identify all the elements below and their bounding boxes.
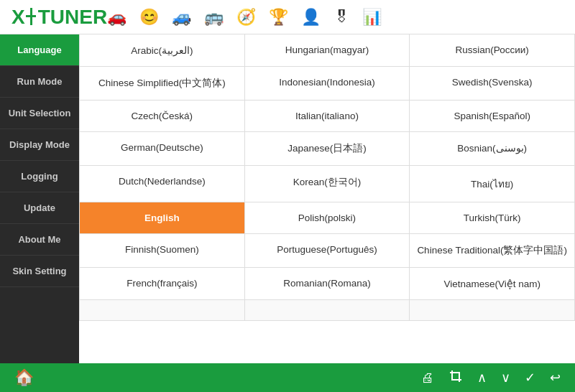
language-cell[interactable]: Italian(italiano) xyxy=(245,101,410,132)
language-cell[interactable]: Russian(России) xyxy=(410,34,575,67)
language-cell xyxy=(80,300,245,321)
svg-rect-1 xyxy=(26,15,36,17)
language-cell[interactable]: Czech(Česká) xyxy=(80,101,245,132)
language-cell[interactable]: Portuguese(Português) xyxy=(245,234,410,268)
language-cell[interactable]: Indonesian(Indonesia) xyxy=(245,67,410,101)
language-cell[interactable]: Korean(한국어) xyxy=(245,166,410,202)
sidebar-item-language[interactable]: Language xyxy=(0,34,79,66)
sidebar-item-update[interactable]: Update xyxy=(0,192,79,224)
home-icon[interactable]: 🏠 xyxy=(14,368,34,387)
sidebar-item-unit-selection[interactable]: Unit Selection xyxy=(0,98,79,129)
check-icon[interactable]: ✓ xyxy=(525,370,535,386)
language-content: Arabic(العربية)Hungarian(magyar)Russian(… xyxy=(79,34,575,363)
language-cell xyxy=(245,300,410,321)
language-cell[interactable]: Polish(polski) xyxy=(245,202,410,234)
logo-tuner: TUNER xyxy=(38,6,107,29)
badge-icon[interactable]: 🎖 xyxy=(334,8,349,27)
compass-icon[interactable]: 🧭 xyxy=(236,8,256,27)
language-cell[interactable]: Chinese Traditional(繁体字中国語) xyxy=(410,234,575,268)
footer: 🏠 🖨 ∧ ∨ ✓ ↩ xyxy=(0,363,575,392)
bus-icon[interactable]: 🚌 xyxy=(204,8,224,27)
language-cell[interactable]: Turkish(Türk) xyxy=(410,202,575,234)
logo: X TUNER xyxy=(12,6,107,29)
back-icon[interactable]: ↩ xyxy=(550,370,561,386)
up-icon[interactable]: ∧ xyxy=(477,370,487,386)
language-cell[interactable]: Thai(ไทย) xyxy=(410,166,575,202)
language-cell[interactable]: Bosnian(بوسنی) xyxy=(410,132,575,166)
language-cell[interactable]: Romanian(Romana) xyxy=(245,268,410,300)
logo-x: X xyxy=(12,6,25,29)
sidebar-item-display-mode[interactable]: Display Mode xyxy=(0,129,79,161)
print-icon[interactable]: 🖨 xyxy=(421,370,434,386)
footer-right: 🖨 ∧ ∨ ✓ ↩ xyxy=(421,369,561,386)
face-icon[interactable]: 😊 xyxy=(139,8,159,27)
crop-icon[interactable] xyxy=(448,369,463,386)
suv-icon[interactable]: 🚙 xyxy=(172,8,191,27)
language-cell[interactable]: Swedish(Svenska) xyxy=(410,67,575,101)
language-cell[interactable]: German(Deutsche) xyxy=(80,132,245,166)
header: X TUNER 🚗 😊 🚙 🚌 🧭 🏆 👤 🎖 📊 xyxy=(0,0,575,34)
language-cell[interactable]: Spanish(Español) xyxy=(410,101,575,132)
person-icon[interactable]: 👤 xyxy=(301,8,321,27)
language-cell[interactable]: English xyxy=(80,202,245,234)
sidebar-item-about-me[interactable]: About Me xyxy=(0,224,79,256)
settings-icon[interactable]: 📊 xyxy=(362,8,382,27)
language-cell[interactable]: Arabic(العربية) xyxy=(80,34,245,67)
sidebar-item-run-mode[interactable]: Run Mode xyxy=(0,66,79,98)
sidebar: LanguageRun ModeUnit SelectionDisplay Mo… xyxy=(0,34,79,363)
language-cell[interactable]: Dutch(Nederlandse) xyxy=(80,166,245,202)
footer-left: 🏠 xyxy=(14,368,34,387)
language-cell[interactable]: Vietnamese(Việt nam) xyxy=(410,268,575,300)
language-cell[interactable]: French(français) xyxy=(80,268,245,300)
sidebar-item-logging[interactable]: Logging xyxy=(0,161,79,192)
language-grid: Arabic(العربية)Hungarian(magyar)Russian(… xyxy=(79,34,575,321)
logo-cross-icon xyxy=(26,8,37,27)
sidebar-item-skin-setting[interactable]: Skin Setting xyxy=(0,256,79,287)
language-cell[interactable]: Chinese Simplified(中文简体) xyxy=(80,67,245,101)
trophy-icon[interactable]: 🏆 xyxy=(269,8,288,27)
main-content: LanguageRun ModeUnit SelectionDisplay Mo… xyxy=(0,34,575,363)
language-cell[interactable]: Japanese(日本語) xyxy=(245,132,410,166)
car-icon[interactable]: 🚗 xyxy=(107,8,126,27)
language-cell[interactable]: Hungarian(magyar) xyxy=(245,34,410,67)
down-icon[interactable]: ∨ xyxy=(501,370,510,386)
language-cell[interactable]: Finnish(Suomen) xyxy=(80,234,245,268)
header-icons: 🚗 😊 🚙 🚌 🧭 🏆 👤 🎖 📊 xyxy=(107,8,382,27)
language-cell xyxy=(410,300,575,321)
